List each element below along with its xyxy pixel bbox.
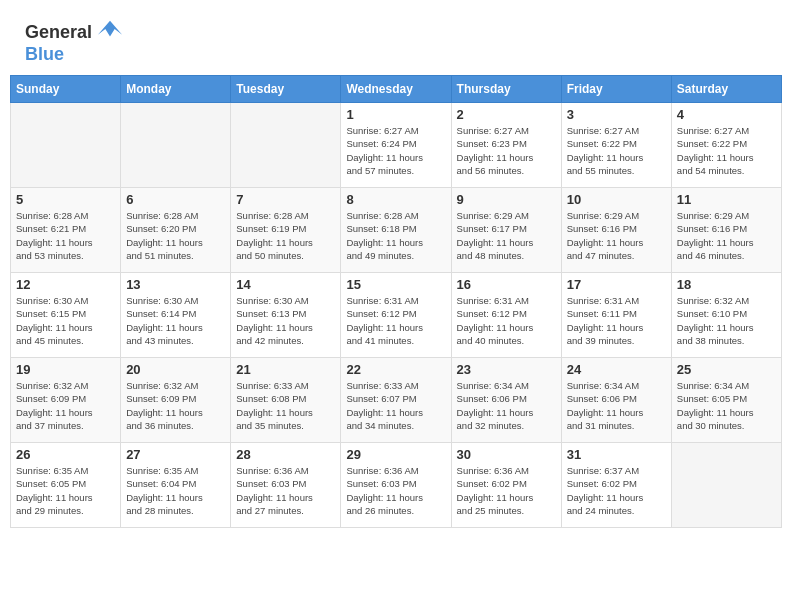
day-number: 29 <box>346 447 445 462</box>
day-info: Sunrise: 6:32 AM Sunset: 6:09 PM Dayligh… <box>126 379 225 432</box>
calendar-cell: 9Sunrise: 6:29 AM Sunset: 6:17 PM Daylig… <box>451 188 561 273</box>
day-number: 1 <box>346 107 445 122</box>
day-info: Sunrise: 6:34 AM Sunset: 6:06 PM Dayligh… <box>567 379 666 432</box>
day-info: Sunrise: 6:28 AM Sunset: 6:19 PM Dayligh… <box>236 209 335 262</box>
day-info: Sunrise: 6:36 AM Sunset: 6:03 PM Dayligh… <box>236 464 335 517</box>
calendar-cell: 25Sunrise: 6:34 AM Sunset: 6:05 PM Dayli… <box>671 358 781 443</box>
day-info: Sunrise: 6:31 AM Sunset: 6:12 PM Dayligh… <box>457 294 556 347</box>
calendar-cell: 11Sunrise: 6:29 AM Sunset: 6:16 PM Dayli… <box>671 188 781 273</box>
day-number: 19 <box>16 362 115 377</box>
column-header-wednesday: Wednesday <box>341 76 451 103</box>
svg-marker-0 <box>98 21 122 37</box>
day-info: Sunrise: 6:34 AM Sunset: 6:06 PM Dayligh… <box>457 379 556 432</box>
day-info: Sunrise: 6:35 AM Sunset: 6:05 PM Dayligh… <box>16 464 115 517</box>
calendar-table: SundayMondayTuesdayWednesdayThursdayFrid… <box>10 75 782 528</box>
day-info: Sunrise: 6:35 AM Sunset: 6:04 PM Dayligh… <box>126 464 225 517</box>
day-info: Sunrise: 6:28 AM Sunset: 6:21 PM Dayligh… <box>16 209 115 262</box>
column-header-thursday: Thursday <box>451 76 561 103</box>
day-number: 17 <box>567 277 666 292</box>
day-number: 20 <box>126 362 225 377</box>
logo-icon <box>96 16 124 44</box>
calendar-cell: 18Sunrise: 6:32 AM Sunset: 6:10 PM Dayli… <box>671 273 781 358</box>
day-info: Sunrise: 6:37 AM Sunset: 6:02 PM Dayligh… <box>567 464 666 517</box>
column-header-sunday: Sunday <box>11 76 121 103</box>
day-info: Sunrise: 6:31 AM Sunset: 6:12 PM Dayligh… <box>346 294 445 347</box>
day-number: 2 <box>457 107 556 122</box>
calendar-cell: 14Sunrise: 6:30 AM Sunset: 6:13 PM Dayli… <box>231 273 341 358</box>
day-number: 5 <box>16 192 115 207</box>
day-info: Sunrise: 6:29 AM Sunset: 6:16 PM Dayligh… <box>567 209 666 262</box>
calendar-cell: 26Sunrise: 6:35 AM Sunset: 6:05 PM Dayli… <box>11 443 121 528</box>
day-number: 9 <box>457 192 556 207</box>
day-number: 18 <box>677 277 776 292</box>
day-info: Sunrise: 6:36 AM Sunset: 6:03 PM Dayligh… <box>346 464 445 517</box>
calendar-cell: 7Sunrise: 6:28 AM Sunset: 6:19 PM Daylig… <box>231 188 341 273</box>
calendar-cell: 27Sunrise: 6:35 AM Sunset: 6:04 PM Dayli… <box>121 443 231 528</box>
calendar-cell: 5Sunrise: 6:28 AM Sunset: 6:21 PM Daylig… <box>11 188 121 273</box>
day-info: Sunrise: 6:27 AM Sunset: 6:22 PM Dayligh… <box>677 124 776 177</box>
day-info: Sunrise: 6:30 AM Sunset: 6:13 PM Dayligh… <box>236 294 335 347</box>
day-number: 23 <box>457 362 556 377</box>
calendar-cell: 19Sunrise: 6:32 AM Sunset: 6:09 PM Dayli… <box>11 358 121 443</box>
column-header-monday: Monday <box>121 76 231 103</box>
calendar-cell: 6Sunrise: 6:28 AM Sunset: 6:20 PM Daylig… <box>121 188 231 273</box>
calendar-cell: 15Sunrise: 6:31 AM Sunset: 6:12 PM Dayli… <box>341 273 451 358</box>
day-info: Sunrise: 6:34 AM Sunset: 6:05 PM Dayligh… <box>677 379 776 432</box>
day-number: 14 <box>236 277 335 292</box>
calendar-week-row: 5Sunrise: 6:28 AM Sunset: 6:21 PM Daylig… <box>11 188 782 273</box>
calendar-cell: 20Sunrise: 6:32 AM Sunset: 6:09 PM Dayli… <box>121 358 231 443</box>
day-info: Sunrise: 6:30 AM Sunset: 6:14 PM Dayligh… <box>126 294 225 347</box>
calendar-cell <box>121 103 231 188</box>
calendar-cell: 4Sunrise: 6:27 AM Sunset: 6:22 PM Daylig… <box>671 103 781 188</box>
day-info: Sunrise: 6:27 AM Sunset: 6:24 PM Dayligh… <box>346 124 445 177</box>
day-info: Sunrise: 6:32 AM Sunset: 6:10 PM Dayligh… <box>677 294 776 347</box>
calendar-cell <box>671 443 781 528</box>
day-info: Sunrise: 6:29 AM Sunset: 6:16 PM Dayligh… <box>677 209 776 262</box>
calendar-cell: 10Sunrise: 6:29 AM Sunset: 6:16 PM Dayli… <box>561 188 671 273</box>
calendar-cell: 16Sunrise: 6:31 AM Sunset: 6:12 PM Dayli… <box>451 273 561 358</box>
day-info: Sunrise: 6:27 AM Sunset: 6:22 PM Dayligh… <box>567 124 666 177</box>
day-number: 30 <box>457 447 556 462</box>
calendar-header-row: SundayMondayTuesdayWednesdayThursdayFrid… <box>11 76 782 103</box>
day-number: 3 <box>567 107 666 122</box>
day-number: 27 <box>126 447 225 462</box>
logo-blue: Blue <box>25 44 64 64</box>
column-header-saturday: Saturday <box>671 76 781 103</box>
day-number: 8 <box>346 192 445 207</box>
day-number: 10 <box>567 192 666 207</box>
calendar-cell: 31Sunrise: 6:37 AM Sunset: 6:02 PM Dayli… <box>561 443 671 528</box>
calendar-cell: 28Sunrise: 6:36 AM Sunset: 6:03 PM Dayli… <box>231 443 341 528</box>
day-number: 31 <box>567 447 666 462</box>
calendar-cell: 8Sunrise: 6:28 AM Sunset: 6:18 PM Daylig… <box>341 188 451 273</box>
day-info: Sunrise: 6:31 AM Sunset: 6:11 PM Dayligh… <box>567 294 666 347</box>
day-number: 15 <box>346 277 445 292</box>
day-info: Sunrise: 6:33 AM Sunset: 6:07 PM Dayligh… <box>346 379 445 432</box>
calendar-cell <box>231 103 341 188</box>
calendar-cell: 29Sunrise: 6:36 AM Sunset: 6:03 PM Dayli… <box>341 443 451 528</box>
calendar-cell: 21Sunrise: 6:33 AM Sunset: 6:08 PM Dayli… <box>231 358 341 443</box>
day-number: 4 <box>677 107 776 122</box>
day-number: 24 <box>567 362 666 377</box>
day-number: 11 <box>677 192 776 207</box>
calendar-cell: 17Sunrise: 6:31 AM Sunset: 6:11 PM Dayli… <box>561 273 671 358</box>
calendar-week-row: 19Sunrise: 6:32 AM Sunset: 6:09 PM Dayli… <box>11 358 782 443</box>
calendar-week-row: 1Sunrise: 6:27 AM Sunset: 6:24 PM Daylig… <box>11 103 782 188</box>
day-number: 22 <box>346 362 445 377</box>
day-info: Sunrise: 6:28 AM Sunset: 6:18 PM Dayligh… <box>346 209 445 262</box>
day-number: 21 <box>236 362 335 377</box>
day-info: Sunrise: 6:36 AM Sunset: 6:02 PM Dayligh… <box>457 464 556 517</box>
day-number: 25 <box>677 362 776 377</box>
column-header-friday: Friday <box>561 76 671 103</box>
day-info: Sunrise: 6:29 AM Sunset: 6:17 PM Dayligh… <box>457 209 556 262</box>
day-number: 7 <box>236 192 335 207</box>
day-number: 28 <box>236 447 335 462</box>
calendar-cell: 30Sunrise: 6:36 AM Sunset: 6:02 PM Dayli… <box>451 443 561 528</box>
day-number: 6 <box>126 192 225 207</box>
day-number: 13 <box>126 277 225 292</box>
logo-general: General <box>25 22 92 43</box>
calendar-cell: 13Sunrise: 6:30 AM Sunset: 6:14 PM Dayli… <box>121 273 231 358</box>
calendar-cell <box>11 103 121 188</box>
page-header: General Blue <box>10 10 782 70</box>
calendar-cell: 1Sunrise: 6:27 AM Sunset: 6:24 PM Daylig… <box>341 103 451 188</box>
day-info: Sunrise: 6:33 AM Sunset: 6:08 PM Dayligh… <box>236 379 335 432</box>
